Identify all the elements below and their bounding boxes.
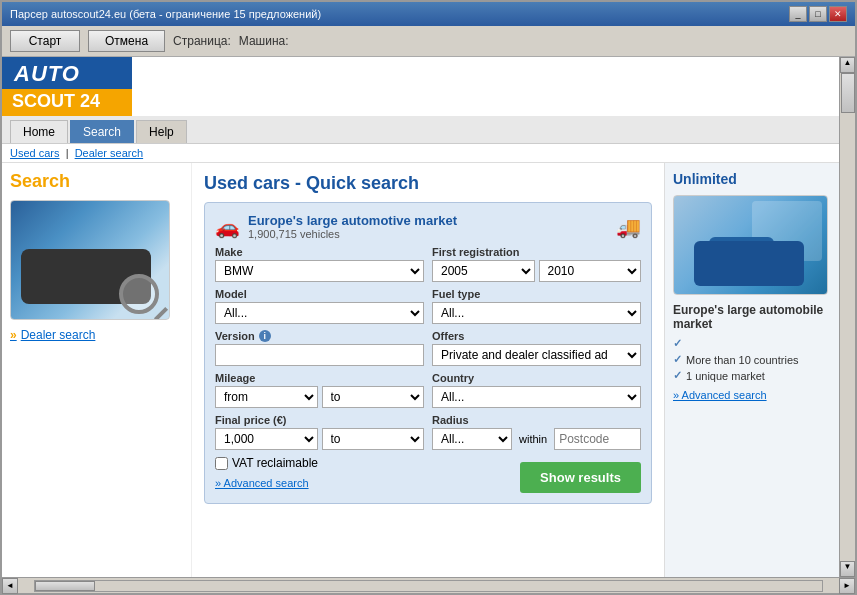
cancel-button[interactable]: Отмена (88, 30, 165, 52)
close-button[interactable]: ✕ (829, 6, 847, 22)
logo-bar: AUTO SCOUT 24 (2, 57, 839, 116)
breadcrumb-dealer-search[interactable]: Dealer search (75, 147, 143, 159)
reg-from-select[interactable]: 2005 2000 2003 (432, 260, 535, 282)
price-row: 1,000 2,000 5,000 to 5,000 10,000 (215, 428, 424, 450)
breadcrumb-used-cars[interactable]: Used cars (10, 147, 60, 159)
country-select[interactable]: All... Germany France Italy (432, 386, 641, 408)
version-group: Version i (215, 330, 424, 366)
dealer-search-label: Dealer search (21, 328, 96, 342)
europe-automobile-title: Europe's large automobile market (673, 303, 831, 331)
show-results-container: Show results (432, 462, 641, 493)
model-select[interactable]: All... 1 Series 3 Series (215, 302, 424, 324)
page-label: Страница: (173, 34, 231, 48)
start-button[interactable]: Старт (10, 30, 80, 52)
advanced-search-left-link[interactable]: » Advanced search (215, 477, 309, 489)
tab-search[interactable]: Search (70, 120, 134, 143)
fuel-group: Fuel type All... Petrol Diesel Electric (432, 288, 641, 324)
page-layout: Search » Dealer search Used cars - Quick… (2, 163, 839, 577)
vertical-scrollbar: ▲ ▼ (839, 57, 855, 577)
check-item-2: ✓ 1 unique market (673, 369, 831, 382)
maximize-button[interactable]: □ (809, 6, 827, 22)
scroll-down-button[interactable]: ▼ (840, 561, 855, 577)
version-info-icon[interactable]: i (259, 330, 271, 342)
search-title: Used cars - Quick search (204, 173, 652, 194)
search-area: Used cars - Quick search 🚗 Europe's larg… (192, 163, 664, 577)
adv-search-left: » Advanced search (215, 476, 424, 490)
version-label: Version i (215, 330, 424, 342)
market-title: Europe's large automotive market (248, 213, 457, 228)
scroll-track (840, 73, 855, 561)
right-panel-title: Unlimited (673, 171, 831, 187)
car-icon: 🚗 (215, 215, 240, 239)
horizontal-scrollbar: ◄ ► (2, 577, 855, 593)
registration-group: First registration 2005 2000 2003 (432, 246, 641, 282)
mileage-row: from 10,000 20,000 to 50,000 100,000 (215, 386, 424, 408)
radius-group: Radius All... 10 km 50 km within (432, 414, 641, 450)
make-select[interactable]: BMW All... Audi Mercedes-Benz (215, 260, 424, 282)
magnifier-icon (119, 274, 159, 314)
truck-icon: 🚚 (616, 215, 641, 239)
form-right-column: First registration 2005 2000 2003 (432, 246, 641, 493)
checkmark-icon-2: ✓ (673, 369, 682, 382)
make-group: Make BMW All... Audi Mercedes-Benz (215, 246, 424, 282)
offers-select[interactable]: Private and dealer classified ad Dealer … (432, 344, 641, 366)
offers-group: Offers Private and dealer classified ad … (432, 330, 641, 366)
form-left-column: Make BMW All... Audi Mercedes-Benz (215, 246, 424, 493)
scroll-track-h (34, 580, 823, 592)
logo-auto: AUTO (2, 57, 132, 89)
show-results-button[interactable]: Show results (520, 462, 641, 493)
market-info: Europe's large automotive market 1,900,7… (248, 213, 457, 240)
radius-select[interactable]: All... 10 km 50 km (432, 428, 512, 450)
scroll-thumb[interactable] (841, 73, 855, 113)
vehicles-count: 1,900,715 vehicles (248, 228, 457, 240)
offers-label: Offers (432, 330, 641, 342)
reg-to-select[interactable]: 2010 2008 2012 (539, 260, 642, 282)
radius-label: Radius (432, 414, 641, 426)
adv-search-right-container: » Advanced search (673, 388, 831, 402)
fuel-label: Fuel type (432, 288, 641, 300)
machine-field: Машина: (239, 34, 289, 48)
price-group: Final price (€) 1,000 2,000 5,000 (215, 414, 424, 450)
page-field: Страница: (173, 34, 231, 48)
vat-label: VAT reclaimable (232, 456, 318, 470)
scroll-thumb-h[interactable] (35, 581, 95, 591)
mileage-from-select[interactable]: from 10,000 20,000 (215, 386, 318, 408)
main-window: Парсер autoscout24.eu (бета - ограничени… (0, 0, 857, 595)
advanced-search-right-link[interactable]: » Advanced search (673, 389, 767, 401)
qsb-header-left: 🚗 Europe's large automotive market 1,900… (215, 213, 457, 240)
toolbar: Старт Отмена Страница: Машина: (2, 26, 855, 57)
radius-row: All... 10 km 50 km within (432, 428, 641, 450)
logo-area: AUTO SCOUT 24 (2, 57, 839, 116)
vat-checkbox[interactable] (215, 457, 228, 470)
window-controls: _ □ ✕ (789, 6, 847, 22)
checkmark-icon-0: ✓ (673, 337, 682, 350)
check-label-1: More than 10 countries (686, 354, 799, 366)
tab-home[interactable]: Home (10, 120, 68, 143)
mileage-label: Mileage (215, 372, 424, 384)
logo-scout: SCOUT 24 (2, 89, 132, 116)
price-to-select[interactable]: to 5,000 10,000 (322, 428, 425, 450)
mileage-to-select[interactable]: to 50,000 100,000 (322, 386, 425, 408)
window-title: Парсер autoscout24.eu (бета - ограничени… (10, 8, 321, 20)
price-label: Final price (€) (215, 414, 424, 426)
mileage-group: Mileage from 10,000 20,000 to (215, 372, 424, 408)
version-input[interactable] (215, 344, 424, 366)
scroll-left-button[interactable]: ◄ (2, 578, 18, 594)
postcode-input[interactable] (554, 428, 641, 450)
nav-tabs: Home Search Help (2, 116, 839, 144)
scroll-up-button[interactable]: ▲ (840, 57, 855, 73)
sidebar-car-image (10, 200, 170, 320)
sidebar-dealer-search-link[interactable]: » Dealer search (10, 328, 183, 342)
right-car-body (694, 241, 804, 286)
tab-help[interactable]: Help (136, 120, 187, 143)
form-grid: Make BMW All... Audi Mercedes-Benz (215, 246, 641, 493)
checkmark-icon-1: ✓ (673, 353, 682, 366)
sidebar: Search » Dealer search (2, 163, 192, 577)
minimize-button[interactable]: _ (789, 6, 807, 22)
country-label: Country (432, 372, 641, 384)
price-from-select[interactable]: 1,000 2,000 5,000 (215, 428, 318, 450)
country-group: Country All... Germany France Italy (432, 372, 641, 408)
fuel-select[interactable]: All... Petrol Diesel Electric (432, 302, 641, 324)
quick-search-box: 🚗 Europe's large automotive market 1,900… (204, 202, 652, 504)
scroll-right-button[interactable]: ► (839, 578, 855, 594)
